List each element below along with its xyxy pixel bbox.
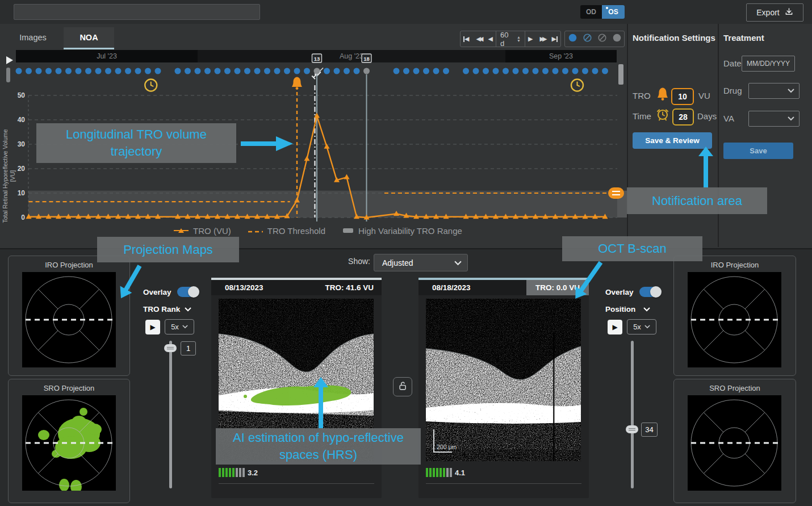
eye-toggle[interactable]: OD OS [580,5,625,19]
treatment-drug-select[interactable] [748,83,800,99]
patient-search-input[interactable] [14,4,260,20]
os-toggle-option[interactable]: OS [602,5,625,19]
bscan-card-2[interactable]: 08/18/2023 TRO: 0.0 VU 2 [418,278,589,498]
treatment-save-label: Save [750,147,767,155]
noa-application-window: OD OS Export Images NOA ◀ ◀◀ ◀ 60 d ▲▼ ▶… [0,0,812,506]
chevron-down-icon [454,258,462,267]
sync-lock-button[interactable] [393,377,412,396]
iro-projection-map[interactable] [688,272,781,367]
svg-text:20: 20 [18,165,26,173]
scan-artifact-line [553,333,555,461]
svg-text:40: 40 [18,116,26,124]
legend-tro-label: TRO (VU) [193,226,231,236]
time-unit-label: Days [697,111,717,121]
signal-quality-indicator: 4.1 [426,467,465,478]
bscan-index-box-right[interactable]: 34 [641,423,658,437]
bscan-tro-value: TRO: 41.6 VU [325,283,374,292]
bscan-slider-handle-left[interactable] [164,344,177,352]
annotation-notification-text: Notification area [652,193,742,210]
chevron-down-icon [182,325,188,329]
overlay-toggle[interactable] [639,287,660,297]
svg-text:30: 30 [18,140,26,148]
y-axis-unit: [VU] [9,110,16,242]
bscan-date: 08/18/2023 [432,283,471,292]
bscan-slider-left[interactable] [169,341,172,488]
export-button[interactable]: Export [746,3,803,22]
oct-bscan-image[interactable]: 200 μm [426,299,581,461]
od-label: OD [586,8,596,16]
bscan-header: 08/18/2023 TRO: 0.0 VU [418,280,589,295]
annotation-projection-maps-text: Projection Maps [123,241,213,258]
tro-unit-label: VU [698,91,710,101]
chart-legend: TRO (VU) TRO Threshold High Variability … [23,226,613,236]
overlay-mode-select-left[interactable]: TRO Rank [143,305,191,313]
speed-select[interactable]: 5x [627,319,656,334]
svg-text:Jul '23: Jul '23 [97,52,117,60]
export-label: Export [756,8,779,17]
bscan-index-right: 34 [645,425,653,434]
legend-band-label: High Variability TRO Range [358,226,462,236]
save-and-review-button[interactable]: Save & Review [633,132,712,149]
annotation-trajectory: Longitudinal TRO volume trajectory [36,123,236,163]
tro-setting-label: TRO [633,91,651,101]
toggle-knob [188,286,199,298]
treatment-va-select[interactable] [748,111,800,127]
divider [219,483,374,484]
treatment-va-label: VA [723,114,734,123]
top-bar: OD OS Export [0,0,812,25]
bscan-date: 08/13/2023 [225,283,263,292]
playback-controls-right: ▶ 5x [608,319,656,334]
od-toggle-option[interactable]: OD [580,5,602,19]
speed-select[interactable]: 5x [165,319,194,334]
sro-projection-map[interactable] [688,395,781,491]
annotation-oct-bscan: OCT B-scan [562,236,702,261]
quality-value: 4.1 [455,469,465,477]
time-interval-input[interactable]: 28 [672,108,694,126]
treatment-save-button[interactable]: Save [723,143,793,159]
toggle-knob [650,286,662,298]
treatment-date-input[interactable]: MM/DD/YYYY [742,56,795,72]
show-mode-select[interactable]: Adjusted [374,254,468,271]
overlay-toggle[interactable] [177,287,198,297]
iro-projection-title: IRO Projection [674,261,796,269]
chevron-down-icon [644,325,650,329]
tro-series-icon [174,226,189,236]
bscan-card-1[interactable]: 08/13/2023 TRO: 41.6 VU [211,278,382,498]
svg-text:200 μm: 200 μm [437,444,457,450]
clock-icon [145,80,157,91]
overlay-mode-select-right[interactable]: Position [605,305,650,313]
bscan-index-box-left[interactable]: 1 [181,341,196,356]
svg-text:10: 10 [18,189,26,197]
sro-projection-panel-right: SRO Projection [673,379,796,503]
sro-projection-title: SRO Projection [674,384,796,392]
annotation-oct-bscan-text: OCT B-scan [598,240,667,257]
play-button[interactable]: ▶ [608,320,622,334]
threshold-dash-icon [248,226,263,236]
divider [426,483,581,484]
chevron-down-icon [185,307,191,312]
bell-icon [656,87,669,104]
overlay-control-left: Overlay [143,287,198,297]
tro-threshold-input[interactable]: 10 [671,88,694,105]
iro-projection-map[interactable] [22,272,116,367]
sro-projection-panel-left: SRO Projection [8,379,130,503]
play-button[interactable]: ▶ [145,320,160,334]
legend-item-tro: TRO (VU) [174,226,231,236]
overlay-mode-label: Position [605,305,635,313]
bscan-slider-handle-right[interactable] [626,425,638,433]
sro-lesion-overlay [38,408,102,491]
treatment-drug-label: Drug [723,86,742,95]
band-icon [342,226,354,236]
sro-projection-map[interactable] [22,395,116,491]
quality-value: 3.2 [248,469,258,477]
show-mode-value: Adjusted [382,258,413,267]
svg-text:Aug '23: Aug '23 [340,52,363,60]
bscan-slider-right[interactable] [631,341,634,488]
bscan-tro-value: TRO: 0.0 VU [526,280,589,295]
overlay-mode-label: TRO Rank [143,305,180,313]
alarm-clock-icon [656,108,669,124]
annotation-trajectory-text: Longitudinal TRO volume trajectory [36,126,236,160]
annotation-hrs: AI estimation of hypo-reflective spaces … [216,428,421,465]
y-axis-label-text: Total Retinal Hyporeflective Volume [2,110,9,242]
os-active-dot [606,7,608,9]
